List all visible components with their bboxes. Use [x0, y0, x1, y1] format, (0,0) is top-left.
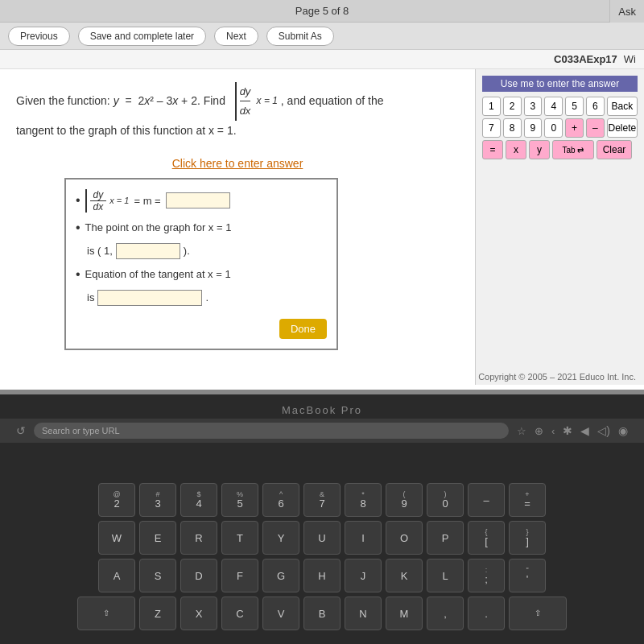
key-lbrace[interactable]: {[: [468, 521, 505, 555]
key-caret-6[interactable]: ^6: [262, 483, 299, 517]
key-R[interactable]: R: [180, 521, 217, 555]
macbook-label: MacBook Pro: [282, 404, 362, 416]
key-I[interactable]: I: [345, 521, 382, 555]
key-B[interactable]: B: [303, 597, 341, 630]
dy-dx-box: dy dx: [85, 189, 107, 213]
keypad-title: Use me to enter the answer: [482, 76, 638, 92]
refresh-icon[interactable]: ↺: [16, 424, 26, 437]
search-placeholder: Search or type URL: [42, 426, 120, 436]
key-W[interactable]: W: [98, 521, 135, 555]
key-Y[interactable]: Y: [262, 521, 299, 555]
key-plus[interactable]: +: [565, 118, 584, 138]
key-P[interactable]: P: [427, 521, 464, 555]
key-star-8[interactable]: *8: [345, 483, 382, 517]
answer-box: • dy dx x = 1 = m =: [64, 178, 338, 350]
volume-on-icon[interactable]: ◁): [597, 424, 610, 437]
key-x[interactable]: x: [506, 140, 526, 159]
key-5[interactable]: 5: [565, 97, 584, 116]
key-colon[interactable]: :;: [468, 559, 505, 592]
key-A[interactable]: A: [98, 559, 135, 592]
key-G[interactable]: G: [262, 559, 299, 592]
save-complete-button[interactable]: Save and complete later: [78, 27, 206, 46]
key-minus[interactable]: –: [586, 118, 605, 138]
settings-icon[interactable]: ✱: [563, 424, 572, 437]
click-here-link[interactable]: Click here to enter answer: [16, 157, 459, 170]
ask-button[interactable]: Ask: [609, 0, 644, 23]
previous-button[interactable]: Previous: [8, 27, 70, 46]
key-V[interactable]: V: [262, 597, 299, 630]
key-8[interactable]: 8: [503, 118, 522, 138]
key-amp-7[interactable]: &7: [303, 483, 341, 517]
key-1[interactable]: 1: [482, 97, 501, 116]
volume-icon[interactable]: ◀: [580, 424, 589, 437]
key-dash[interactable]: –: [468, 483, 505, 517]
tangent-period: .: [205, 291, 208, 303]
key-comma[interactable]: ,: [427, 597, 464, 630]
key-shift-right[interactable]: ⇧: [509, 597, 567, 630]
key-period[interactable]: .: [468, 597, 505, 630]
key-at-2[interactable]: @2: [98, 483, 135, 517]
power-icon[interactable]: ◉: [618, 424, 628, 437]
key-U[interactable]: U: [303, 521, 341, 555]
key-shift-left[interactable]: ⇧: [77, 597, 135, 630]
y-value-input[interactable]: [116, 243, 180, 259]
search-input[interactable]: Search or type URL: [34, 423, 509, 439]
tab-button[interactable]: Tab ⇄: [552, 140, 594, 159]
tangent-text: tangent to the graph of this function at…: [16, 124, 237, 137]
done-button[interactable]: Done: [279, 319, 327, 339]
key-lparen-9[interactable]: (9: [386, 483, 423, 517]
key-6[interactable]: 6: [586, 97, 605, 116]
key-D[interactable]: D: [180, 559, 217, 592]
key-rbrace[interactable]: }]: [509, 521, 546, 555]
copyright: Copyright © 2005 – 2021 Educo Int. Inc.: [478, 372, 636, 382]
next-button[interactable]: Next: [214, 27, 258, 46]
tangent-input[interactable]: [97, 290, 202, 306]
key-y[interactable]: y: [529, 140, 550, 159]
back-button[interactable]: Back: [607, 97, 638, 116]
key-4[interactable]: 4: [544, 97, 563, 116]
key-F[interactable]: F: [221, 559, 258, 592]
key-N[interactable]: N: [345, 597, 382, 630]
key-C[interactable]: C: [221, 597, 258, 630]
key-7[interactable]: 7: [482, 118, 501, 138]
laptop-screen: Page 5 of 8 Ask Previous Save and comple…: [0, 0, 644, 394]
key-3[interactable]: 3: [524, 97, 543, 116]
kb-zxcv-row: ⇧ Z X C V B N M , . ⇧: [16, 597, 628, 630]
key-dollar-4[interactable]: $4: [180, 483, 217, 517]
top-bar: Page 5 of 8 Ask: [0, 0, 644, 23]
key-hash-3[interactable]: #3: [139, 483, 176, 517]
key-pct-5[interactable]: %5: [221, 483, 258, 517]
tangent-is-label: is: [87, 291, 94, 303]
kb-number-row: @2 #3 $4 %5 ^6 &7 *8 (9 )0 – +=: [16, 483, 628, 517]
star-icon[interactable]: ☆: [517, 425, 526, 437]
key-9[interactable]: 9: [524, 118, 543, 138]
key-2[interactable]: 2: [503, 97, 522, 116]
x1-subscript: x = 1: [109, 196, 129, 205]
key-H[interactable]: H: [303, 559, 341, 592]
key-M[interactable]: M: [386, 597, 423, 630]
key-quote[interactable]: "': [509, 559, 546, 592]
keyboard: @2 #3 $4 %5 ^6 &7 *8 (9 )0 – += W E R T …: [0, 475, 644, 642]
slope-input[interactable]: [166, 192, 230, 208]
key-O[interactable]: O: [386, 521, 423, 555]
submit-button[interactable]: Submit As: [266, 27, 334, 46]
key-X[interactable]: X: [180, 597, 217, 630]
key-S[interactable]: S: [139, 559, 176, 592]
key-0[interactable]: 0: [544, 118, 563, 138]
at-x1-label: x = 1: [254, 95, 278, 106]
key-plus-eq[interactable]: +=: [509, 483, 546, 517]
clear-button[interactable]: Clear: [597, 140, 632, 159]
key-K[interactable]: K: [386, 559, 423, 592]
key-T[interactable]: T: [221, 521, 258, 555]
delete-button[interactable]: Delete: [607, 118, 638, 138]
key-L[interactable]: L: [427, 559, 464, 592]
key-Z[interactable]: Z: [139, 597, 176, 630]
key-rparen-0[interactable]: )0: [427, 483, 464, 517]
arrow-left-icon[interactable]: ‹: [551, 425, 555, 437]
key-equals[interactable]: =: [482, 140, 503, 159]
two-col-layout: Given the function: y = 2x² – 3x + 2. Fi…: [0, 69, 644, 385]
key-E[interactable]: E: [139, 521, 176, 555]
key-J[interactable]: J: [345, 559, 382, 592]
bullet-3: •: [76, 267, 80, 282]
bullet-2: •: [76, 221, 80, 235]
